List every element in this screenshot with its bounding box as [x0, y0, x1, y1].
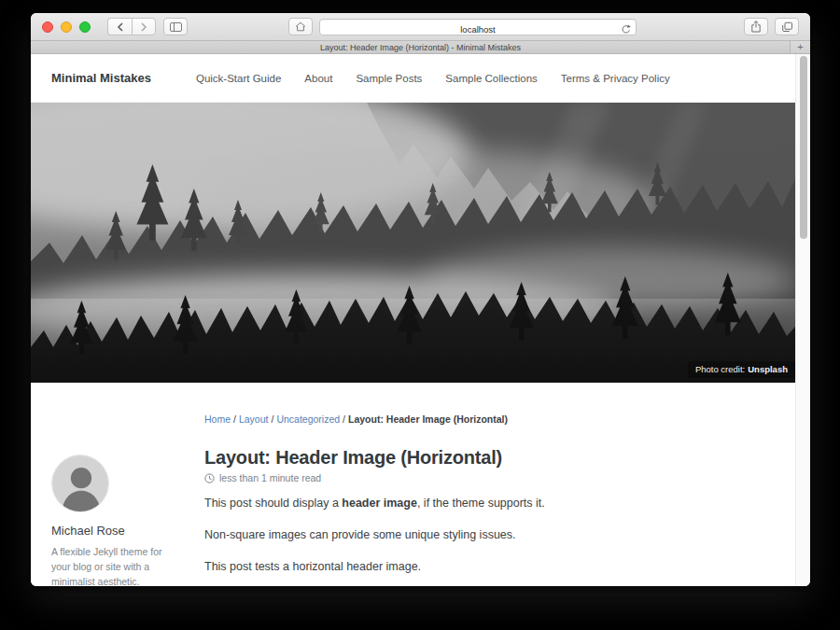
- address-bar[interactable]: [319, 19, 637, 35]
- paragraph-text: This post should display a: [204, 497, 342, 510]
- address-input[interactable]: [320, 21, 636, 36]
- reload-icon: [621, 24, 631, 35]
- article-column: Home/Layout/Uncategorized/Layout: Header…: [204, 383, 795, 586]
- nav-about[interactable]: About: [304, 73, 332, 84]
- reload-button[interactable]: [621, 21, 632, 33]
- photo-credit: Photo credit:Unsplash: [688, 361, 795, 378]
- site-nav: Quick-Start Guide About Sample Posts Sam…: [196, 73, 670, 84]
- post-paragraph: Non-square images can provide some uniqu…: [204, 526, 767, 543]
- read-time: less than 1 minute read: [219, 472, 321, 483]
- tab-overview-button[interactable]: [775, 18, 799, 35]
- site-masthead: Minimal Mistakes Quick-Start Guide About…: [31, 54, 795, 103]
- close-button[interactable]: [42, 21, 53, 33]
- window-controls: [42, 21, 91, 33]
- scrollbar[interactable]: [795, 54, 810, 586]
- chevron-right-icon: [140, 22, 147, 32]
- breadcrumb-separator: /: [271, 413, 273, 425]
- paragraph-text: , if the theme supports it.: [417, 497, 545, 510]
- browser-toolbar: [31, 13, 810, 41]
- back-button[interactable]: [107, 18, 132, 35]
- breadcrumb-separator: /: [343, 413, 345, 425]
- tab-bar: Layout: Header Image (Horizontal) - Mini…: [31, 41, 810, 54]
- breadcrumb-layout[interactable]: Layout: [239, 413, 269, 425]
- avatar-silhouette-icon: [52, 455, 109, 512]
- desktop: { "browser": { "url": "localhost", "tab_…: [0, 0, 840, 630]
- paragraph-text: This post tests a horizontal header imag…: [204, 560, 421, 573]
- share-button[interactable]: [744, 18, 768, 35]
- breadcrumb: Home/Layout/Uncategorized/Layout: Header…: [204, 413, 767, 425]
- post-body: This post should display a header image,…: [204, 495, 767, 575]
- home-icon: [295, 21, 306, 32]
- nav-sample-posts[interactable]: Sample Posts: [356, 73, 422, 84]
- new-tab-button[interactable]: +: [790, 41, 810, 53]
- zoom-button[interactable]: [79, 21, 91, 33]
- nav-terms-privacy-policy[interactable]: Terms & Privacy Policy: [561, 73, 670, 84]
- sidebar-toggle-button[interactable]: [163, 18, 188, 35]
- post-paragraph: This post tests a horizontal header imag…: [204, 558, 767, 575]
- content-area: Michael Rose A flexible Jekyll theme for…: [31, 383, 795, 586]
- nav-quick-start-guide[interactable]: Quick-Start Guide: [196, 73, 281, 84]
- home-button[interactable]: [288, 18, 313, 35]
- sidebar-icon: [170, 22, 182, 32]
- active-tab[interactable]: Layout: Header Image (Horizontal) - Mini…: [320, 43, 521, 52]
- scrollbar-thumb[interactable]: [800, 56, 807, 239]
- paragraph-bold-text: header image: [342, 497, 417, 510]
- forward-button[interactable]: [132, 18, 156, 35]
- chevron-left-icon: [117, 22, 124, 32]
- avatar: [51, 455, 109, 512]
- post-title: Layout: Header Image (Horizontal): [204, 447, 767, 469]
- breadcrumb-home[interactable]: Home: [204, 413, 231, 425]
- minimize-button[interactable]: [61, 21, 72, 33]
- tabs-icon: [781, 21, 793, 33]
- header-image: Photo credit:Unsplash: [31, 103, 795, 383]
- nav-sample-collections[interactable]: Sample Collections: [445, 73, 537, 84]
- author-bio: A flexible Jekyll theme for your blog or…: [51, 544, 165, 586]
- author-name: Michael Rose: [51, 524, 191, 538]
- breadcrumb-separator: /: [233, 413, 236, 425]
- paragraph-text: Non-square images can provide some uniqu…: [204, 528, 516, 541]
- photo-credit-source: Unsplash: [748, 364, 788, 374]
- author-sidebar: Michael Rose A flexible Jekyll theme for…: [51, 383, 191, 586]
- site-title-link[interactable]: Minimal Mistakes: [51, 71, 151, 85]
- share-icon: [750, 21, 762, 33]
- breadcrumb-current: Layout: Header Image (Horizontal): [348, 413, 508, 425]
- breadcrumb-uncategorized[interactable]: Uncategorized: [276, 413, 340, 425]
- browser-window: Layout: Header Image (Horizontal) - Mini…: [31, 13, 810, 586]
- clock-icon: [204, 473, 215, 483]
- photo-credit-label: Photo credit:: [695, 364, 745, 374]
- foggy-forest-illustration: [31, 103, 795, 383]
- history-nav: [107, 18, 156, 35]
- post-paragraph: This post should display a header image,…: [204, 495, 767, 511]
- post-meta: less than 1 minute read: [204, 472, 767, 483]
- page-viewport: Minimal Mistakes Quick-Start Guide About…: [31, 54, 810, 586]
